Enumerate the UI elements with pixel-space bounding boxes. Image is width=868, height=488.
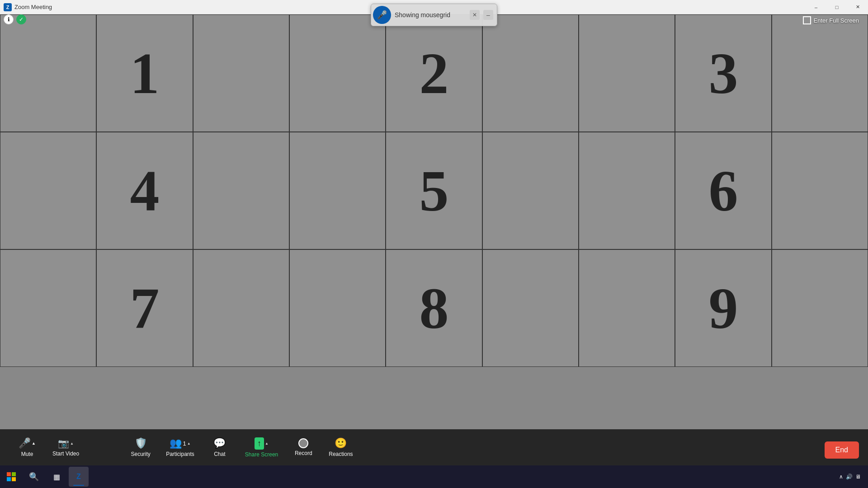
grid-cell-2-4[interactable] <box>289 132 386 249</box>
windows-logo-icon <box>7 472 16 481</box>
grid-cell-3-6[interactable] <box>482 249 579 367</box>
grid-number-7: 7 <box>130 279 159 338</box>
grid-cell-3-9[interactable] <box>772 249 868 367</box>
security-button[interactable]: 🛡️ Security <box>123 434 159 461</box>
share-screen-icon: ↑ <box>255 437 264 450</box>
toolbar: 🎤 ▲ Mute 📷 ▲ Start Video 🛡️ Security 👥 1… <box>0 429 868 465</box>
taskbar-display-icon[interactable]: 🖥 <box>855 474 861 480</box>
security-icon: 🛡️ <box>135 437 147 449</box>
grid-cell-2-9[interactable] <box>772 132 868 249</box>
start-video-button[interactable]: 📷 ▲ Start Video <box>45 434 86 460</box>
grid-cell-1-6[interactable] <box>482 14 579 132</box>
grid-cell-3-3[interactable] <box>193 249 289 367</box>
window-controls: – □ ✕ <box>806 0 868 14</box>
minimize-button[interactable]: – <box>806 0 826 14</box>
taskbar-audio-icon[interactable]: 🔊 <box>846 474 853 480</box>
mousegrid-popup: 🎤 Showing mousegrid ✕ – <box>371 4 497 26</box>
grid-number-6: 6 <box>708 161 738 220</box>
zoom-taskbar-item[interactable]: Z <box>69 467 89 487</box>
mute-button[interactable]: 🎤 ▲ Mute <box>9 434 45 461</box>
grid-cell-2-3[interactable] <box>193 132 289 249</box>
grid-cell-1-5[interactable]: 2 <box>386 14 482 132</box>
task-view-button[interactable]: ▦ <box>45 465 68 488</box>
grid-cell-1-8[interactable]: 3 <box>675 14 771 132</box>
taskbar-system-icons: ∧ 🔊 🖥 <box>839 474 861 480</box>
record-icon <box>298 438 308 448</box>
grid-cell-3-5[interactable]: 8 <box>386 249 482 367</box>
reactions-label: Reactions <box>329 451 353 457</box>
taskbar-right: ∧ 🔊 🖥 <box>839 474 868 480</box>
window-title: Zoom Meeting <box>14 4 52 10</box>
share-screen-button[interactable]: ↑ ▲ Share Screen <box>238 434 285 461</box>
mousegrid-text: Showing mousegrid <box>395 11 466 19</box>
grid-number-2: 2 <box>419 44 448 103</box>
grid-cell-2-5[interactable]: 5 <box>386 132 482 249</box>
security-status-icon[interactable]: ✓ <box>16 14 26 24</box>
task-view-icon: ▦ <box>53 473 60 481</box>
search-icon: 🔍 <box>29 472 39 482</box>
grid-number-9: 9 <box>708 279 738 338</box>
app-icon: Z <box>4 3 12 11</box>
start-video-label: Start Video <box>52 450 79 457</box>
zoom-taskbar-icon: Z <box>76 473 81 481</box>
grid-cell-3-1[interactable] <box>0 249 96 367</box>
grid-cell-2-2[interactable]: 4 <box>96 132 193 249</box>
grid-cell-1-7[interactable] <box>579 14 675 132</box>
status-bar: ℹ ✓ <box>4 14 26 24</box>
microphone-icon: 🎤 <box>373 6 391 24</box>
grid-number-1: 1 <box>130 44 159 103</box>
svg-rect-3 <box>7 477 11 481</box>
grid-cell-2-1[interactable] <box>0 132 96 249</box>
reactions-button[interactable]: 🙂 Reactions <box>321 434 360 461</box>
grid-cell-2-8[interactable]: 6 <box>675 132 771 249</box>
chat-label: Chat <box>214 451 225 457</box>
maximize-button[interactable]: □ <box>826 0 847 14</box>
reactions-icon: 🙂 <box>335 437 347 449</box>
share-screen-label: Share Screen <box>245 451 278 458</box>
grid-cell-3-4[interactable] <box>289 249 386 367</box>
grid-cell-1-3[interactable] <box>193 14 289 132</box>
record-label: Record <box>295 450 312 456</box>
participants-label: Participants <box>166 451 194 457</box>
participants-button[interactable]: 👥 1 ▲ Participants <box>159 434 202 461</box>
grid-number-3: 3 <box>708 44 738 103</box>
security-label: Security <box>131 451 150 457</box>
fullscreen-button[interactable]: Enter Full Screen <box>803 16 859 24</box>
grid-cell-3-2[interactable]: 7 <box>96 249 193 367</box>
grid-cell-1-4[interactable] <box>289 14 386 132</box>
participants-icon: 👥 <box>170 437 182 449</box>
popup-minimize-button[interactable]: – <box>483 10 493 20</box>
svg-rect-2 <box>12 472 16 476</box>
svg-rect-0 <box>803 17 811 24</box>
taskbar-chevron-icon[interactable]: ∧ <box>839 474 843 480</box>
grid-cell-1-9[interactable] <box>772 14 868 132</box>
grid-cell-1-1[interactable] <box>0 14 96 132</box>
record-button[interactable]: Record <box>285 435 321 460</box>
title-bar-left: Z Zoom Meeting <box>0 3 52 11</box>
chat-icon: 💬 <box>213 437 226 449</box>
video-icon: 📷 <box>58 438 69 449</box>
mute-label: Mute <box>21 451 33 457</box>
grid-number-4: 4 <box>130 161 159 220</box>
grid-cell-3-7[interactable] <box>579 249 675 367</box>
grid-number-5: 5 <box>419 161 448 220</box>
info-icon[interactable]: ℹ <box>4 14 14 24</box>
mute-icon: 🎤 <box>19 437 31 449</box>
grid-cell-3-8[interactable]: 9 <box>675 249 771 367</box>
close-button[interactable]: ✕ <box>847 0 868 14</box>
svg-rect-1 <box>7 472 11 476</box>
svg-rect-4 <box>12 477 16 481</box>
end-button[interactable]: End <box>825 441 859 459</box>
mute-arrow: ▲ <box>32 441 36 446</box>
grid-cell-2-7[interactable] <box>579 132 675 249</box>
grid-number-8: 8 <box>419 279 448 338</box>
grid-cell-2-6[interactable] <box>482 132 579 249</box>
popup-close-button[interactable]: ✕ <box>470 10 480 20</box>
chat-button[interactable]: 💬 Chat <box>202 434 238 461</box>
mouse-grid[interactable]: 1 2 3 4 5 6 7 8 9 <box>0 14 868 367</box>
grid-cell-1-2[interactable]: 1 <box>96 14 193 132</box>
fullscreen-icon <box>803 16 811 24</box>
search-button[interactable]: 🔍 <box>23 465 45 488</box>
start-button[interactable] <box>0 465 23 488</box>
taskbar: 🔍 ▦ Z ∧ 🔊 🖥 <box>0 465 868 488</box>
